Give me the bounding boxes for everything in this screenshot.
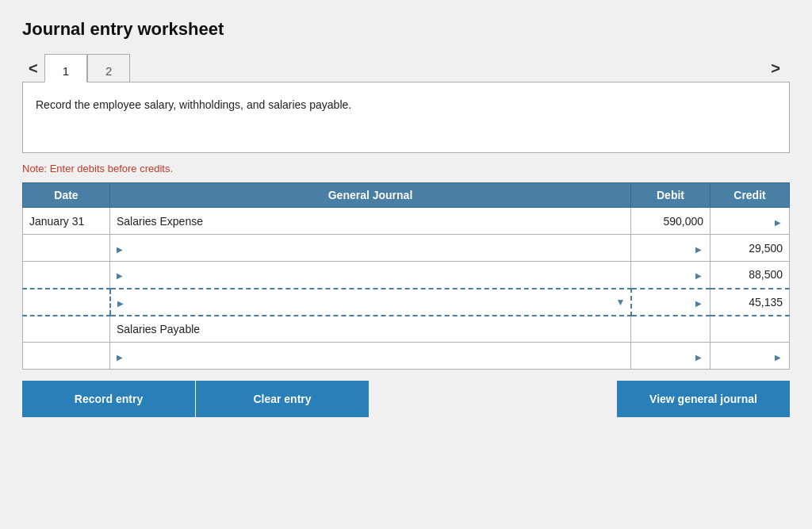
record-entry-button[interactable]: Record entry: [22, 381, 195, 417]
header-gj: General Journal: [110, 183, 631, 208]
right-arrow-area: >: [130, 54, 790, 82]
table-row: ▶▶88,500: [23, 262, 790, 289]
header-debit: Debit: [631, 183, 710, 208]
instruction-box: Record the employee salary, withholdings…: [22, 82, 790, 153]
table-row: January 31Salaries Expense590,000▶: [23, 208, 790, 235]
triangle-indicator: ▶: [117, 271, 123, 280]
header-date: Date: [23, 183, 110, 208]
bottom-bar: Record entry Clear entry View general jo…: [22, 370, 790, 417]
triangle-indicator-debit: ▶: [695, 353, 702, 362]
view-general-journal-button[interactable]: View general journal: [617, 381, 790, 417]
debit-cell-3[interactable]: ▶: [631, 289, 710, 316]
credit-cell-2[interactable]: 88,500: [710, 262, 790, 289]
triangle-indicator: ▶: [117, 299, 124, 308]
debit-cell-5[interactable]: ▶: [631, 343, 710, 370]
gj-cell-4[interactable]: Salaries Payable: [110, 316, 631, 343]
date-cell-0: January 31: [23, 208, 110, 235]
gj-cell-3[interactable]: ▶▼: [110, 289, 631, 316]
prev-arrow[interactable]: <: [22, 56, 44, 81]
date-cell-2[interactable]: [23, 262, 110, 289]
credit-cell-0[interactable]: ▶: [710, 208, 790, 235]
tab-1[interactable]: 1: [44, 54, 87, 82]
table-row: ▶▶▶: [23, 343, 790, 370]
triangle-indicator-debit: ▶: [695, 271, 702, 280]
date-cell-5[interactable]: [23, 343, 110, 370]
tab-2[interactable]: 2: [87, 54, 130, 82]
gj-cell-2[interactable]: ▶: [110, 262, 631, 289]
tabs-nav-row: < 1 2 >: [22, 54, 790, 82]
credit-cell-5[interactable]: ▶: [710, 343, 790, 370]
next-arrow[interactable]: >: [764, 56, 787, 81]
date-cell-3[interactable]: [23, 289, 110, 316]
gj-cell-0[interactable]: Salaries Expense: [110, 208, 631, 235]
dropdown-arrow-icon[interactable]: ▼: [616, 297, 626, 308]
journal-table: Date General Journal Debit Credit Januar…: [22, 182, 790, 370]
note-text: Note: Enter debits before credits.: [22, 163, 790, 174]
credit-cell-4[interactable]: [710, 316, 790, 343]
debit-cell-1[interactable]: ▶: [631, 235, 710, 262]
clear-entry-button[interactable]: Clear entry: [196, 381, 369, 417]
debit-cell-4[interactable]: [631, 316, 710, 343]
gj-cell-1[interactable]: ▶: [110, 235, 631, 262]
table-row: ▶▼▶45,135: [23, 289, 790, 316]
credit-cell-3[interactable]: 45,135: [710, 289, 790, 316]
debit-cell-0[interactable]: 590,000: [631, 208, 710, 235]
main-container: Journal entry worksheet < 1 2 > Record t…: [0, 0, 812, 529]
date-cell-4[interactable]: [23, 316, 110, 343]
credit-cell-1[interactable]: 29,500: [710, 235, 790, 262]
triangle-indicator-credit: ▶: [775, 218, 781, 227]
triangle-indicator: ▶: [117, 245, 123, 254]
debit-cell-2[interactable]: ▶: [631, 262, 710, 289]
triangle-indicator-debit: ▶: [695, 245, 702, 254]
page-title: Journal entry worksheet: [22, 19, 790, 40]
instruction-text: Record the employee salary, withholdings…: [36, 98, 351, 111]
table-row: ▶▶29,500: [23, 235, 790, 262]
triangle-indicator-credit: ▶: [775, 353, 781, 362]
gj-cell-5[interactable]: ▶: [110, 343, 631, 370]
date-cell-1[interactable]: [23, 235, 110, 262]
table-row: Salaries Payable: [23, 316, 790, 343]
triangle-indicator-debit: ▶: [695, 299, 702, 308]
header-credit: Credit: [710, 183, 790, 208]
triangle-indicator: ▶: [117, 353, 123, 362]
